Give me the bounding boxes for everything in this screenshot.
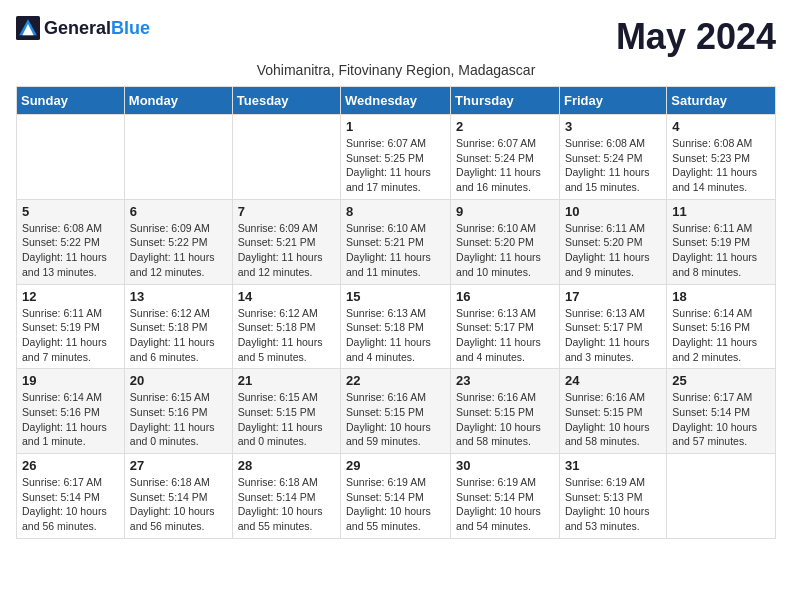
calendar-cell: 7Sunrise: 6:09 AM Sunset: 5:21 PM Daylig… — [232, 199, 340, 284]
day-info: Sunrise: 6:15 AM Sunset: 5:16 PM Dayligh… — [130, 390, 227, 449]
day-info: Sunrise: 6:18 AM Sunset: 5:14 PM Dayligh… — [130, 475, 227, 534]
weekday-header-wednesday: Wednesday — [341, 87, 451, 115]
day-number: 25 — [672, 373, 770, 388]
day-number: 3 — [565, 119, 661, 134]
calendar-cell: 14Sunrise: 6:12 AM Sunset: 5:18 PM Dayli… — [232, 284, 340, 369]
calendar-cell: 26Sunrise: 6:17 AM Sunset: 5:14 PM Dayli… — [17, 454, 125, 539]
calendar-cell: 17Sunrise: 6:13 AM Sunset: 5:17 PM Dayli… — [559, 284, 666, 369]
calendar-cell: 11Sunrise: 6:11 AM Sunset: 5:19 PM Dayli… — [667, 199, 776, 284]
subtitle: Vohimanitra, Fitovinany Region, Madagasc… — [16, 62, 776, 78]
day-info: Sunrise: 6:11 AM Sunset: 5:19 PM Dayligh… — [22, 306, 119, 365]
day-number: 18 — [672, 289, 770, 304]
day-number: 2 — [456, 119, 554, 134]
weekday-header-monday: Monday — [124, 87, 232, 115]
calendar-cell: 21Sunrise: 6:15 AM Sunset: 5:15 PM Dayli… — [232, 369, 340, 454]
day-info: Sunrise: 6:12 AM Sunset: 5:18 PM Dayligh… — [130, 306, 227, 365]
day-number: 6 — [130, 204, 227, 219]
calendar-cell: 1Sunrise: 6:07 AM Sunset: 5:25 PM Daylig… — [341, 115, 451, 200]
day-info: Sunrise: 6:10 AM Sunset: 5:20 PM Dayligh… — [456, 221, 554, 280]
calendar-cell: 30Sunrise: 6:19 AM Sunset: 5:14 PM Dayli… — [451, 454, 560, 539]
day-number: 5 — [22, 204, 119, 219]
day-number: 23 — [456, 373, 554, 388]
day-info: Sunrise: 6:19 AM Sunset: 5:14 PM Dayligh… — [346, 475, 445, 534]
day-info: Sunrise: 6:16 AM Sunset: 5:15 PM Dayligh… — [456, 390, 554, 449]
weekday-header-row: SundayMondayTuesdayWednesdayThursdayFrid… — [17, 87, 776, 115]
calendar-cell: 13Sunrise: 6:12 AM Sunset: 5:18 PM Dayli… — [124, 284, 232, 369]
day-info: Sunrise: 6:17 AM Sunset: 5:14 PM Dayligh… — [672, 390, 770, 449]
day-number: 9 — [456, 204, 554, 219]
calendar-week-row: 19Sunrise: 6:14 AM Sunset: 5:16 PM Dayli… — [17, 369, 776, 454]
calendar-cell: 24Sunrise: 6:16 AM Sunset: 5:15 PM Dayli… — [559, 369, 666, 454]
calendar-week-row: 12Sunrise: 6:11 AM Sunset: 5:19 PM Dayli… — [17, 284, 776, 369]
day-info: Sunrise: 6:10 AM Sunset: 5:21 PM Dayligh… — [346, 221, 445, 280]
day-info: Sunrise: 6:17 AM Sunset: 5:14 PM Dayligh… — [22, 475, 119, 534]
page-header: GeneralBlue May 2024 — [16, 16, 776, 58]
weekday-header-saturday: Saturday — [667, 87, 776, 115]
calendar-week-row: 1Sunrise: 6:07 AM Sunset: 5:25 PM Daylig… — [17, 115, 776, 200]
calendar-cell: 5Sunrise: 6:08 AM Sunset: 5:22 PM Daylig… — [17, 199, 125, 284]
logo: GeneralBlue — [16, 16, 150, 40]
calendar-cell: 3Sunrise: 6:08 AM Sunset: 5:24 PM Daylig… — [559, 115, 666, 200]
day-number: 7 — [238, 204, 335, 219]
day-info: Sunrise: 6:11 AM Sunset: 5:19 PM Dayligh… — [672, 221, 770, 280]
weekday-header-thursday: Thursday — [451, 87, 560, 115]
day-info: Sunrise: 6:15 AM Sunset: 5:15 PM Dayligh… — [238, 390, 335, 449]
calendar-cell: 20Sunrise: 6:15 AM Sunset: 5:16 PM Dayli… — [124, 369, 232, 454]
calendar-cell — [232, 115, 340, 200]
calendar-cell: 4Sunrise: 6:08 AM Sunset: 5:23 PM Daylig… — [667, 115, 776, 200]
day-info: Sunrise: 6:19 AM Sunset: 5:14 PM Dayligh… — [456, 475, 554, 534]
day-number: 1 — [346, 119, 445, 134]
day-info: Sunrise: 6:11 AM Sunset: 5:20 PM Dayligh… — [565, 221, 661, 280]
day-info: Sunrise: 6:16 AM Sunset: 5:15 PM Dayligh… — [346, 390, 445, 449]
day-info: Sunrise: 6:08 AM Sunset: 5:23 PM Dayligh… — [672, 136, 770, 195]
day-number: 22 — [346, 373, 445, 388]
calendar-cell: 6Sunrise: 6:09 AM Sunset: 5:22 PM Daylig… — [124, 199, 232, 284]
weekday-header-friday: Friday — [559, 87, 666, 115]
calendar-cell: 25Sunrise: 6:17 AM Sunset: 5:14 PM Dayli… — [667, 369, 776, 454]
calendar-cell: 16Sunrise: 6:13 AM Sunset: 5:17 PM Dayli… — [451, 284, 560, 369]
day-number: 20 — [130, 373, 227, 388]
day-number: 11 — [672, 204, 770, 219]
day-info: Sunrise: 6:18 AM Sunset: 5:14 PM Dayligh… — [238, 475, 335, 534]
day-info: Sunrise: 6:14 AM Sunset: 5:16 PM Dayligh… — [672, 306, 770, 365]
calendar-cell: 29Sunrise: 6:19 AM Sunset: 5:14 PM Dayli… — [341, 454, 451, 539]
day-number: 21 — [238, 373, 335, 388]
day-info: Sunrise: 6:13 AM Sunset: 5:17 PM Dayligh… — [565, 306, 661, 365]
day-number: 13 — [130, 289, 227, 304]
day-number: 10 — [565, 204, 661, 219]
calendar-table: SundayMondayTuesdayWednesdayThursdayFrid… — [16, 86, 776, 539]
logo-blue: Blue — [111, 18, 150, 38]
calendar-cell: 9Sunrise: 6:10 AM Sunset: 5:20 PM Daylig… — [451, 199, 560, 284]
day-number: 26 — [22, 458, 119, 473]
day-info: Sunrise: 6:08 AM Sunset: 5:24 PM Dayligh… — [565, 136, 661, 195]
day-number: 14 — [238, 289, 335, 304]
calendar-cell: 22Sunrise: 6:16 AM Sunset: 5:15 PM Dayli… — [341, 369, 451, 454]
weekday-header-sunday: Sunday — [17, 87, 125, 115]
day-info: Sunrise: 6:19 AM Sunset: 5:13 PM Dayligh… — [565, 475, 661, 534]
logo-general: General — [44, 18, 111, 38]
calendar-week-row: 5Sunrise: 6:08 AM Sunset: 5:22 PM Daylig… — [17, 199, 776, 284]
day-info: Sunrise: 6:16 AM Sunset: 5:15 PM Dayligh… — [565, 390, 661, 449]
day-number: 16 — [456, 289, 554, 304]
calendar-cell: 23Sunrise: 6:16 AM Sunset: 5:15 PM Dayli… — [451, 369, 560, 454]
day-info: Sunrise: 6:08 AM Sunset: 5:22 PM Dayligh… — [22, 221, 119, 280]
day-info: Sunrise: 6:07 AM Sunset: 5:25 PM Dayligh… — [346, 136, 445, 195]
calendar-cell: 28Sunrise: 6:18 AM Sunset: 5:14 PM Dayli… — [232, 454, 340, 539]
day-number: 19 — [22, 373, 119, 388]
day-info: Sunrise: 6:13 AM Sunset: 5:18 PM Dayligh… — [346, 306, 445, 365]
calendar-week-row: 26Sunrise: 6:17 AM Sunset: 5:14 PM Dayli… — [17, 454, 776, 539]
day-number: 27 — [130, 458, 227, 473]
calendar-cell: 19Sunrise: 6:14 AM Sunset: 5:16 PM Dayli… — [17, 369, 125, 454]
calendar-cell — [17, 115, 125, 200]
calendar-cell: 12Sunrise: 6:11 AM Sunset: 5:19 PM Dayli… — [17, 284, 125, 369]
day-number: 24 — [565, 373, 661, 388]
month-title: May 2024 — [616, 16, 776, 58]
logo-icon — [16, 16, 40, 40]
day-number: 29 — [346, 458, 445, 473]
calendar-cell — [667, 454, 776, 539]
day-number: 15 — [346, 289, 445, 304]
day-number: 4 — [672, 119, 770, 134]
day-number: 30 — [456, 458, 554, 473]
calendar-cell: 2Sunrise: 6:07 AM Sunset: 5:24 PM Daylig… — [451, 115, 560, 200]
day-info: Sunrise: 6:12 AM Sunset: 5:18 PM Dayligh… — [238, 306, 335, 365]
